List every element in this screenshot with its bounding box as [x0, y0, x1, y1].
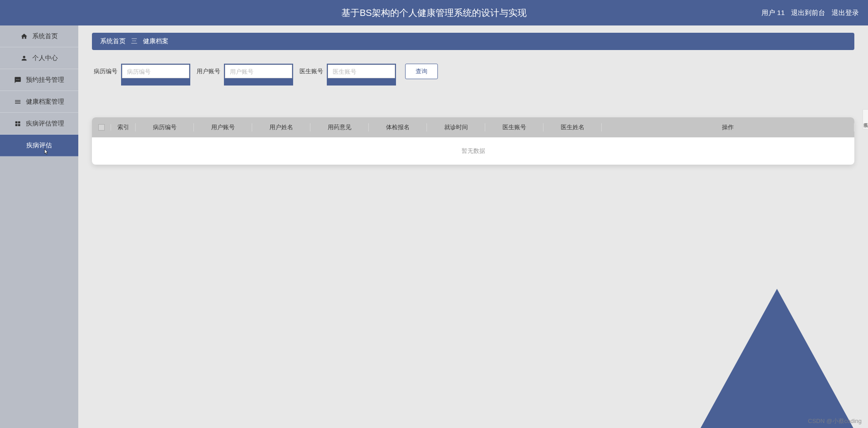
table-header-medication: 用药意见 [310, 123, 369, 131]
data-table: 索引 病历编号 用户账号 用户姓名 用药意见 体检报名 就诊时间 医生账号 医生… [92, 117, 854, 165]
triangle-decoration [700, 289, 854, 428]
table-empty-state: 暂无数据 [92, 137, 854, 165]
main-content: 系统首页 三 健康档案 病历编号 用户账号 医生账号 [78, 25, 868, 428]
breadcrumb-current: 健康档案 [143, 37, 168, 45]
table-header-checkbox[interactable] [92, 124, 111, 131]
search-bar: 病历编号 用户账号 医生账号 查询 [92, 64, 854, 86]
input-wrap [327, 64, 396, 86]
sidebar-item-label: 预约挂号管理 [26, 76, 64, 84]
sidebar-item-home[interactable]: 系统首页 [0, 25, 78, 47]
doctor-account-input[interactable] [328, 65, 395, 78]
app-title: 基于BS架构的个人健康管理系统的设计与实现 [341, 7, 527, 19]
input-wrap [121, 64, 190, 86]
home-icon [20, 33, 28, 40]
sms-icon [14, 76, 21, 84]
grid-icon [14, 120, 21, 127]
sidebar-item-label: 个人中心 [32, 54, 58, 62]
sidebar-item-label: 疾病评估管理 [26, 120, 64, 128]
logout-link[interactable]: 退出登录 [832, 9, 859, 17]
breadcrumb-home[interactable]: 系统首页 [100, 37, 126, 45]
search-group-doctor-account: 医生账号 [299, 64, 396, 86]
sidebar-item-disease-mgmt[interactable]: 疾病评估管理 [0, 113, 78, 135]
breadcrumb-separator: 三 [131, 37, 137, 45]
table-header-action: 操作 [602, 123, 854, 131]
record-id-input[interactable] [122, 65, 189, 78]
search-group-user-account: 用户账号 [197, 64, 293, 86]
search-label-doctor-account: 医生账号 [299, 64, 323, 76]
person-icon [20, 55, 28, 62]
search-group-record-id: 病历编号 [94, 64, 190, 86]
side-tab[interactable]: 系统 [863, 109, 868, 129]
table-header-user-name: 用户姓名 [252, 123, 310, 131]
table-header-row: 索引 病历编号 用户账号 用户姓名 用药意见 体检报名 就诊时间 医生账号 医生… [92, 117, 854, 137]
sidebar-item-label: 系统首页 [32, 32, 58, 40]
sidebar-item-health-record[interactable]: 健康档案管理 [0, 91, 78, 113]
sidebar-item-profile[interactable]: 个人中心 [0, 47, 78, 69]
user-label[interactable]: 用户 11 [761, 9, 785, 17]
sidebar-item-appointment[interactable]: 预约挂号管理 [0, 69, 78, 91]
table-header-checkup: 体检报名 [369, 123, 427, 131]
sidebar: 系统首页 个人中心 预约挂号管理 健康档案管理 疾病评估管理 [0, 25, 78, 428]
table-header-visit-time: 就诊时间 [427, 123, 485, 131]
table-header-doctor-name: 医生姓名 [543, 123, 602, 131]
input-wrap [224, 64, 293, 86]
breadcrumb: 系统首页 三 健康档案 [92, 33, 854, 50]
search-label-record-id: 病历编号 [94, 64, 117, 76]
sidebar-item-disease-eval[interactable]: 疾病评估 [0, 135, 78, 156]
sidebar-item-label: 健康档案管理 [26, 98, 64, 106]
search-button[interactable]: 查询 [405, 64, 438, 79]
table-header-record-id: 病历编号 [136, 123, 194, 131]
search-label-user-account: 用户账号 [197, 64, 220, 76]
table-header-doctor-account: 医生账号 [485, 123, 543, 131]
checkbox-icon [98, 124, 105, 131]
header-actions: 用户 11 退出到前台 退出登录 [761, 9, 859, 17]
app-header: 基于BS架构的个人健康管理系统的设计与实现 用户 11 退出到前台 退出登录 [0, 0, 868, 25]
list-icon [14, 98, 21, 106]
sidebar-item-label: 疾病评估 [26, 141, 52, 150]
logout-front-link[interactable]: 退出到前台 [791, 9, 825, 17]
table-header-user-account: 用户账号 [194, 123, 252, 131]
table-header-index: 索引 [111, 123, 136, 131]
user-account-input[interactable] [225, 65, 292, 78]
